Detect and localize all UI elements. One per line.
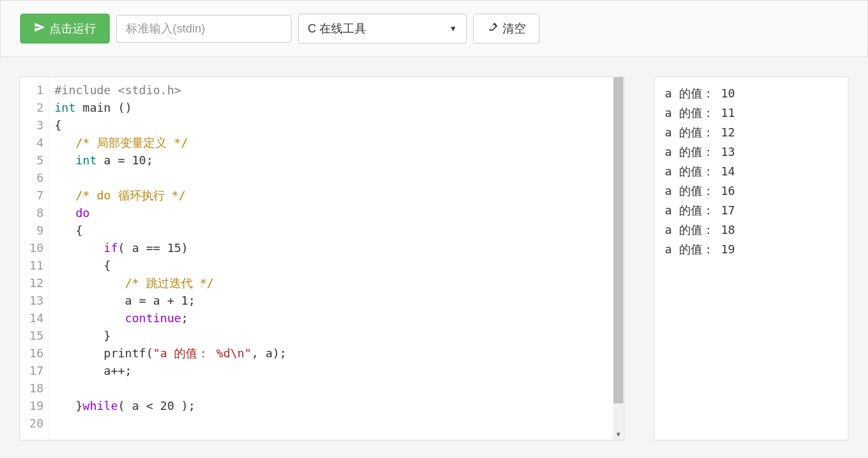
code-line: {: [55, 116, 608, 134]
line-number: 16: [20, 344, 43, 362]
clear-button-label: 清空: [502, 21, 526, 36]
language-select-label: C 在线工具: [308, 21, 366, 36]
code-line: /* do 循环执行 */: [55, 186, 608, 204]
line-number: 17: [20, 362, 43, 379]
line-number: 2: [20, 99, 43, 116]
line-number: 7: [20, 186, 43, 204]
chevron-down-icon: ▼: [449, 24, 457, 33]
output-line: a 的值： 12: [665, 123, 837, 142]
line-number: 1: [20, 81, 43, 99]
code-line: [55, 169, 608, 186]
output-line: a 的值： 18: [665, 220, 837, 240]
scrollbar[interactable]: ▼: [613, 77, 624, 440]
code-line: [55, 379, 608, 397]
run-button-label: 点击运行: [49, 21, 96, 36]
clear-button[interactable]: 清空: [473, 14, 539, 44]
run-button[interactable]: 点击运行: [20, 14, 110, 44]
code-line: [55, 414, 608, 432]
line-number: 11: [20, 257, 43, 274]
line-gutter: 1234567891011121314151617181920: [20, 77, 49, 440]
line-number: 19: [20, 397, 43, 414]
code-line: /* 跳过迭代 */: [55, 274, 608, 292]
line-number: 14: [20, 309, 43, 327]
code-line: int a = 10;: [55, 151, 608, 169]
code-line: }: [55, 327, 608, 344]
code-line: /* 局部变量定义 */: [55, 134, 608, 151]
output-line: a 的值： 14: [665, 162, 837, 181]
line-number: 10: [20, 239, 43, 257]
code-line: {: [55, 222, 608, 239]
code-line: if( a == 15): [55, 239, 608, 257]
toolbar: 点击运行 C 在线工具 ▼ 清空: [0, 0, 868, 57]
scroll-down-icon[interactable]: ▼: [613, 429, 624, 440]
output-panel: a 的值： 10a 的值： 11a 的值： 12a 的值： 13a 的值： 14…: [654, 77, 849, 440]
code-line: a++;: [55, 362, 608, 379]
output-line: a 的值： 11: [665, 103, 837, 123]
line-number: 12: [20, 274, 43, 292]
code-line: int main (): [55, 99, 608, 116]
output-line: a 的值： 17: [665, 201, 837, 220]
line-number: 9: [20, 222, 43, 239]
output-line: a 的值： 19: [665, 240, 837, 259]
output-line: a 的值： 10: [665, 84, 837, 103]
code-content[interactable]: #include <stdio.h>int main (){ /* 局部变量定义…: [49, 77, 613, 440]
eraser-icon: [487, 21, 499, 36]
line-number: 6: [20, 169, 43, 186]
output-line: a 的值： 13: [665, 142, 837, 162]
code-line: a = a + 1;: [55, 292, 608, 309]
line-number: 18: [20, 379, 43, 397]
line-number: 8: [20, 204, 43, 222]
line-number: 20: [20, 414, 43, 432]
output-line: a 的值： 16: [665, 181, 837, 201]
code-line: printf("a 的值： %d\n", a);: [55, 344, 608, 362]
send-icon: [34, 21, 45, 36]
code-line: }while( a < 20 );: [55, 397, 608, 414]
line-number: 5: [20, 151, 43, 169]
language-select[interactable]: C 在线工具 ▼: [298, 14, 467, 44]
code-line: continue;: [55, 309, 608, 327]
code-line: do: [55, 204, 608, 222]
code-editor[interactable]: 1234567891011121314151617181920 #include…: [19, 77, 625, 440]
line-number: 13: [20, 292, 43, 309]
main-area: 1234567891011121314151617181920 #include…: [0, 57, 868, 458]
line-number: 15: [20, 327, 43, 344]
scroll-thumb[interactable]: [614, 77, 623, 403]
line-number: 3: [20, 116, 43, 134]
code-line: #include <stdio.h>: [55, 81, 608, 99]
stdin-input[interactable]: [116, 15, 291, 43]
line-number: 4: [20, 134, 43, 151]
code-line: {: [55, 257, 608, 274]
